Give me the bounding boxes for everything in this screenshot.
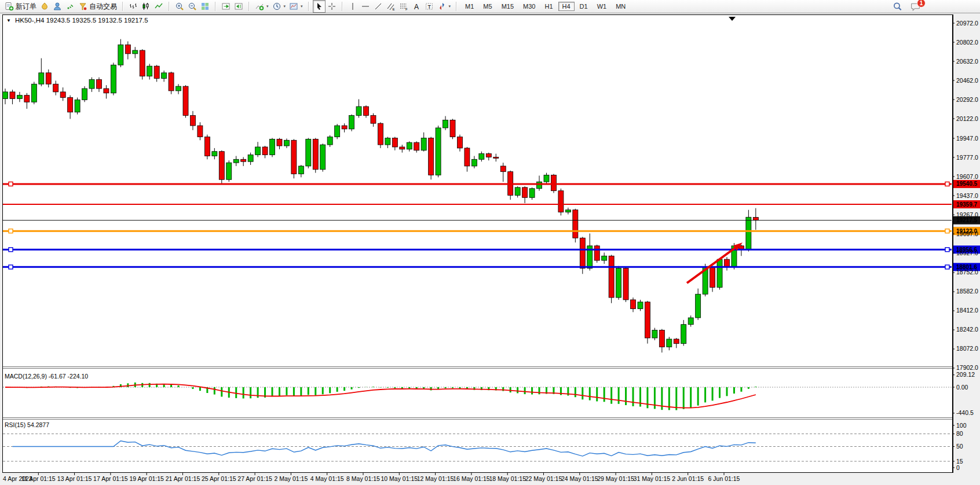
date-axis-label: 6 Jun 01:15 — [708, 475, 740, 482]
line-anchor-handle[interactable] — [9, 182, 13, 186]
text-button[interactable]: A — [410, 0, 423, 13]
timeframe-button-w1[interactable]: W1 — [593, 2, 611, 11]
tile-windows-button[interactable] — [199, 0, 211, 13]
line-anchor-handle[interactable] — [9, 248, 13, 252]
chevron-down-icon[interactable]: ▾ — [266, 4, 269, 9]
timeframe-button-h4[interactable]: H4 — [558, 2, 575, 11]
search-button[interactable] — [891, 0, 904, 13]
price-axis-tick: 17902.0 — [956, 364, 978, 371]
timeframe-button-m1[interactable]: M1 — [461, 2, 478, 11]
candle — [306, 138, 311, 168]
price-axis-tick: 18582.0 — [956, 288, 978, 295]
notifications-button[interactable]: 1 — [909, 0, 922, 13]
price-axis-tick: 20292.0 — [956, 96, 978, 103]
chart-shift-icon — [234, 2, 243, 11]
candle — [594, 245, 599, 263]
line-chart-mode-icon — [154, 2, 163, 11]
candle — [140, 49, 145, 79]
trendline-button[interactable] — [372, 0, 385, 13]
zoom-in-button[interactable] — [173, 0, 186, 13]
timeframe-group: M1M5M15M30H1H4D1W1MN — [459, 0, 632, 13]
price-axis-tick: 18927.0 — [956, 249, 978, 256]
price-axis-tick: 18412.0 — [956, 307, 978, 314]
price-axis-tick: 19947.0 — [956, 135, 978, 142]
toolbar-separator — [122, 2, 123, 11]
line-anchor-handle[interactable] — [9, 229, 13, 233]
zoom-out-button[interactable] — [186, 0, 199, 13]
date-axis-label: 18 May 01:15 — [489, 475, 526, 482]
periods-button[interactable]: ▾ — [270, 0, 288, 13]
price-line-tag-label: 19217.5 — [956, 217, 978, 223]
date-axis-label: 13 Apr 01:15 — [57, 475, 92, 482]
date-axis-label: 25 Apr 01:15 — [202, 475, 236, 482]
equidistant-channel-button[interactable]: E — [385, 0, 397, 13]
chevron-down-icon[interactable]: ▾ — [449, 4, 451, 9]
vertical-line-icon — [348, 2, 357, 11]
profile-icon — [53, 2, 62, 11]
candle — [320, 144, 326, 172]
arrows-tool-button[interactable]: ▾ — [436, 0, 453, 13]
chart-window: 19540.519359.719217.519122.018956.618801… — [0, 13, 980, 485]
timeframe-button-h1[interactable]: H1 — [540, 2, 557, 11]
line-anchor-handle[interactable] — [945, 248, 949, 252]
timeframe-button-m5[interactable]: M5 — [479, 2, 496, 11]
text-icon: A — [412, 2, 421, 11]
line-anchor-handle[interactable] — [945, 182, 949, 186]
macd-indicator-label: MACD(12,26,9) -61.67 -224.10 — [5, 373, 88, 380]
timeframe-button-m30[interactable]: M30 — [519, 2, 539, 11]
horizontal-line-button[interactable] — [359, 0, 372, 13]
candle — [291, 139, 297, 178]
candle — [111, 63, 116, 95]
line-anchor-handle[interactable] — [9, 265, 13, 269]
new-order-button[interactable]: 新订单 — [3, 0, 38, 13]
auto-trading-button[interactable]: 自动交易 — [76, 0, 119, 13]
date-axis-label: 8 May 01:15 — [346, 475, 380, 482]
fibonacci-button[interactable]: F — [397, 0, 410, 13]
price-axis-tick: 18752.0 — [956, 269, 978, 275]
price-axis-tick: 19267.0 — [956, 211, 978, 218]
trendline-icon — [374, 2, 383, 11]
chevron-down-icon[interactable]: ▾ — [301, 4, 303, 9]
line-anchor-handle[interactable] — [945, 229, 949, 233]
rsi-indicator-label: RSI(15) 54.2877 — [5, 421, 49, 428]
timeframe-button-m15[interactable]: M15 — [498, 2, 518, 11]
date-axis-label: 21 Apr 01:15 — [166, 475, 200, 482]
date-axis-label: 24 May 01:15 — [561, 475, 598, 482]
zoom-in-icon — [175, 2, 184, 11]
crosshair-button[interactable] — [326, 0, 338, 13]
chart-collapse-icon[interactable]: ▼ — [6, 18, 11, 23]
new-order-label: 新订单 — [16, 2, 36, 12]
auto-scroll-button[interactable] — [220, 0, 232, 13]
add-indicator-button[interactable]: ▾ — [253, 0, 270, 13]
candle — [378, 122, 383, 148]
bar-chart-mode-button[interactable] — [127, 0, 140, 13]
timeframe-button-d1[interactable]: D1 — [576, 2, 592, 11]
accounts-button[interactable] — [38, 0, 51, 13]
accounts-icon — [40, 2, 49, 11]
line-anchor-handle[interactable] — [945, 265, 949, 269]
signals-button[interactable] — [64, 0, 76, 13]
price-axis-tick: 20462.0 — [956, 77, 978, 84]
candlestick-mode-button[interactable] — [140, 0, 152, 13]
date-axis-label: 22 May 01:15 — [525, 475, 562, 482]
timeframe-button-mn[interactable]: MN — [612, 2, 630, 11]
chevron-down-icon[interactable]: ▾ — [284, 4, 286, 9]
line-chart-mode-button[interactable] — [152, 0, 165, 13]
chart-canvas[interactable]: 19540.519359.719217.519122.018956.618801… — [0, 13, 980, 485]
chart-shift-button[interactable] — [232, 0, 245, 13]
profile-button[interactable] — [51, 0, 64, 13]
price-axis-tick: 18242.0 — [956, 326, 978, 333]
candle — [204, 135, 210, 160]
price-axis-tick: 19097.0 — [956, 230, 978, 237]
signals-icon — [65, 2, 75, 11]
horizontal-line-icon — [361, 2, 370, 11]
candle — [450, 119, 455, 139]
templates-button[interactable]: ▾ — [287, 0, 305, 13]
svg-text:A: A — [414, 3, 419, 11]
new-order-icon — [5, 2, 14, 11]
zoom-group — [171, 0, 213, 13]
text-label-button[interactable]: T — [423, 0, 436, 13]
candle — [580, 237, 585, 274]
vertical-line-button[interactable] — [346, 0, 359, 13]
cursor-button[interactable] — [313, 0, 326, 13]
